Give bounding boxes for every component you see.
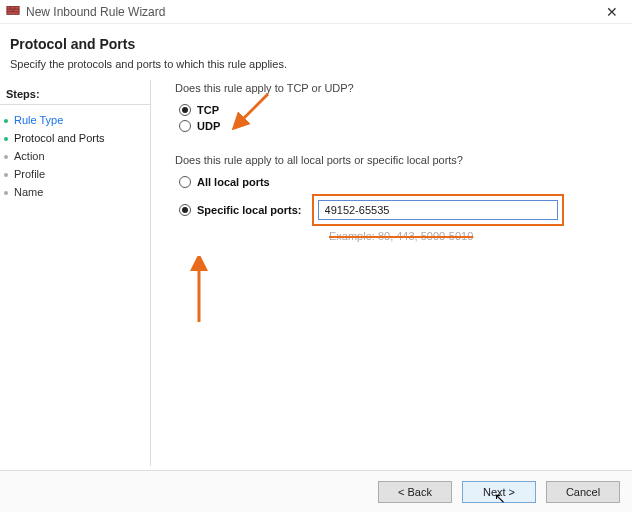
protocol-radiogroup: TCP UDP <box>179 104 616 132</box>
step-profile[interactable]: Profile <box>0 165 150 183</box>
titlebar: New Inbound Rule Wizard ✕ <box>0 0 632 24</box>
radio-all-ports-label: All local ports <box>197 176 270 188</box>
steps-label: Steps: <box>0 88 150 105</box>
wizard-footer: < Back Next > Cancel <box>0 470 632 512</box>
specific-ports-input[interactable] <box>318 200 558 220</box>
page-header: Protocol and Ports Specify the protocols… <box>0 24 632 80</box>
next-button[interactable]: Next > <box>462 481 536 503</box>
radio-udp[interactable]: UDP <box>179 120 616 132</box>
step-rule-type[interactable]: Rule Type <box>0 111 150 129</box>
radio-tcp-label: TCP <box>197 104 219 116</box>
page-subtext: Specify the protocols and ports to which… <box>10 58 622 70</box>
radio-icon <box>179 104 191 116</box>
radio-tcp[interactable]: TCP <box>179 104 616 116</box>
radio-icon <box>179 176 191 188</box>
radio-specific-ports[interactable]: Specific local ports: <box>179 204 302 216</box>
step-name[interactable]: Name <box>0 183 150 201</box>
ports-radiogroup: All local ports Specific local ports: Ex… <box>179 176 616 242</box>
cancel-button[interactable]: Cancel <box>546 481 620 503</box>
radio-specific-ports-label: Specific local ports: <box>197 204 302 216</box>
ports-example-text: Example: 80, 443, 5000-5010 <box>329 230 616 242</box>
window-title: New Inbound Rule Wizard <box>26 5 165 19</box>
back-button[interactable]: < Back <box>378 481 452 503</box>
question-ports: Does this rule apply to all local ports … <box>175 154 616 166</box>
radio-icon <box>179 204 191 216</box>
radio-icon <box>179 120 191 132</box>
steps-sidebar: Steps: Rule Type Protocol and Ports Acti… <box>0 80 150 466</box>
radio-all-ports[interactable]: All local ports <box>179 176 616 188</box>
radio-udp-label: UDP <box>197 120 220 132</box>
question-protocol: Does this rule apply to TCP or UDP? <box>175 82 616 94</box>
annotation-highlight-box <box>312 194 564 226</box>
firewall-icon <box>6 3 20 20</box>
step-action[interactable]: Action <box>0 147 150 165</box>
page-heading: Protocol and Ports <box>10 36 622 52</box>
step-protocol-and-ports[interactable]: Protocol and Ports <box>0 129 150 147</box>
wizard-content: Does this rule apply to TCP or UDP? TCP … <box>151 80 632 466</box>
close-icon[interactable]: ✕ <box>598 4 626 20</box>
